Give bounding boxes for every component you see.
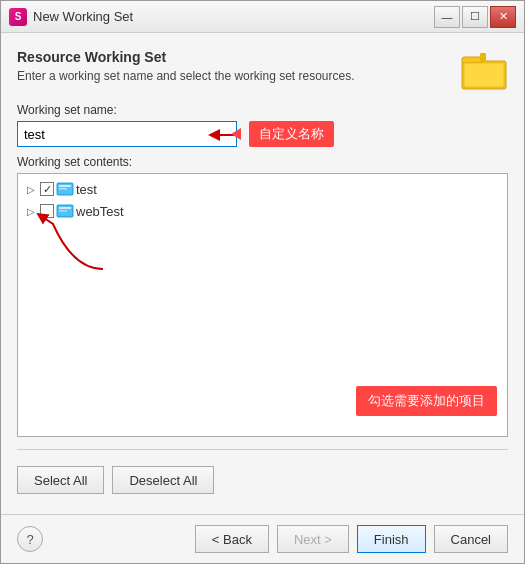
next-button[interactable]: Next > (277, 525, 349, 553)
svg-rect-6 (59, 185, 71, 187)
svg-rect-9 (59, 207, 71, 209)
separator-1 (17, 449, 508, 450)
tree-annotation: 勾选需要添加的项目 (356, 386, 497, 416)
header-description: Enter a working set name and select the … (17, 69, 450, 83)
finish-button[interactable]: Finish (357, 525, 426, 553)
footer-buttons: < Back Next > Finish Cancel (195, 525, 508, 553)
tree-item-test[interactable]: ▷ test (22, 178, 503, 200)
select-all-button[interactable]: Select All (17, 466, 104, 494)
name-label: Working set name: (17, 103, 508, 117)
tree-label-test: test (76, 182, 97, 197)
checkbox-webtest[interactable] (40, 204, 54, 218)
app-icon: S (9, 8, 27, 26)
svg-rect-3 (480, 53, 486, 61)
minimize-button[interactable]: — (434, 6, 460, 28)
select-buttons: Select All Deselect All (17, 462, 508, 498)
project-icon-test (56, 181, 74, 197)
help-button[interactable]: ? (17, 526, 43, 552)
title-bar: S New Working Set — ☐ ✕ (1, 1, 524, 33)
tree-annotation-wrapper: 勾选需要添加的项目 (356, 386, 497, 416)
svg-rect-2 (464, 63, 504, 87)
footer: ? < Back Next > Finish Cancel (1, 515, 524, 563)
expand-icon-webtest[interactable]: ▷ (24, 204, 38, 218)
main-content: Resource Working Set Enter a working set… (1, 33, 524, 514)
tree-label-webtest: webTest (76, 204, 124, 219)
svg-rect-7 (59, 188, 67, 190)
expand-icon-test[interactable]: ▷ (24, 182, 38, 196)
tree-item-webtest[interactable]: ▷ webTest (22, 200, 503, 222)
project-icon-webtest (56, 203, 74, 219)
contents-label: Working set contents: (17, 155, 508, 169)
header-text: Resource Working Set Enter a working set… (17, 49, 450, 83)
name-section: Working set name: 自定义名称 (17, 103, 508, 147)
svg-rect-1 (462, 57, 482, 63)
title-bar-controls: — ☐ ✕ (434, 6, 516, 28)
maximize-button[interactable]: ☐ (462, 6, 488, 28)
title-bar-left: S New Working Set (9, 8, 133, 26)
header-title: Resource Working Set (17, 49, 450, 65)
checkbox-test[interactable] (40, 182, 54, 196)
tree-container[interactable]: ▷ test ▷ (17, 173, 508, 437)
tree-section: Working set contents: ▷ test ▷ (17, 155, 508, 437)
name-input-row: 自定义名称 (17, 121, 508, 147)
cancel-button[interactable]: Cancel (434, 525, 508, 553)
close-button[interactable]: ✕ (490, 6, 516, 28)
main-window: S New Working Set — ☐ ✕ Resource Working… (0, 0, 525, 564)
window-title: New Working Set (33, 9, 133, 24)
name-annotation: 自定义名称 (249, 121, 334, 147)
back-button[interactable]: < Back (195, 525, 269, 553)
folder-icon (460, 49, 508, 91)
svg-rect-10 (59, 210, 67, 212)
header-section: Resource Working Set Enter a working set… (17, 49, 508, 91)
deselect-all-button[interactable]: Deselect All (112, 466, 214, 494)
